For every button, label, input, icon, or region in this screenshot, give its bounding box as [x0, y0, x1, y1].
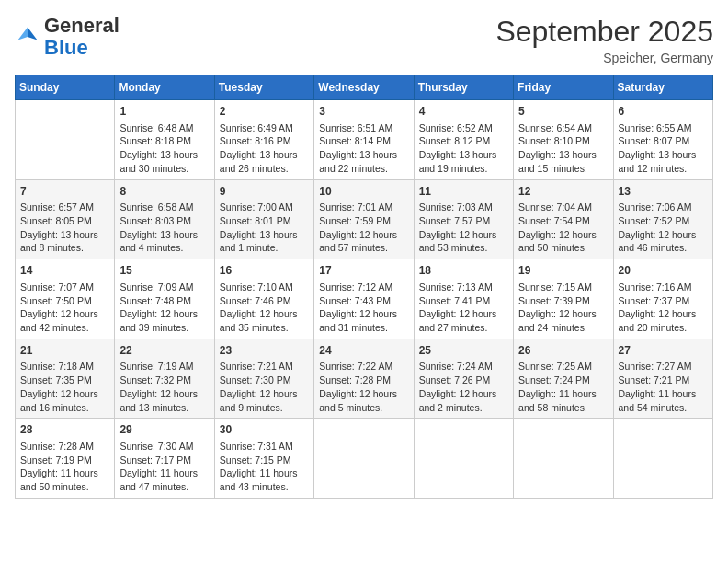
day-cell: 19Sunrise: 7:15 AMSunset: 7:39 PMDayligh… [514, 259, 613, 339]
day-cell: 13Sunrise: 7:06 AMSunset: 7:52 PMDayligh… [613, 179, 712, 259]
day-info: Sunrise: 7:10 AMSunset: 7:46 PMDaylight:… [220, 281, 309, 335]
day-info: Sunrise: 6:52 AMSunset: 8:12 PMDaylight:… [419, 121, 508, 176]
day-cell: 25Sunrise: 7:24 AMSunset: 7:26 PMDayligh… [414, 339, 513, 419]
day-number: 3 [319, 104, 408, 120]
day-number: 7 [20, 184, 109, 200]
day-info: Sunrise: 7:01 AMSunset: 7:59 PMDaylight:… [319, 201, 408, 255]
day-cell: 22Sunrise: 7:19 AMSunset: 7:32 PMDayligh… [115, 339, 214, 419]
day-info: Sunrise: 7:21 AMSunset: 7:30 PMDaylight:… [220, 360, 309, 414]
day-cell: 16Sunrise: 7:10 AMSunset: 7:46 PMDayligh… [214, 259, 313, 339]
day-number: 1 [119, 104, 209, 120]
day-number: 22 [119, 343, 209, 359]
day-cell [414, 419, 513, 499]
calendar-header: SundayMondayTuesdayWednesdayThursdayFrid… [16, 75, 713, 100]
day-number: 25 [419, 343, 508, 359]
day-number: 13 [619, 184, 708, 200]
day-info: Sunrise: 6:49 AMSunset: 8:16 PMDaylight:… [220, 121, 309, 176]
day-number: 30 [220, 422, 309, 438]
month-title: September 2025 [495, 15, 713, 49]
day-cell: 26Sunrise: 7:25 AMSunset: 7:24 PMDayligh… [514, 339, 613, 419]
logo-icon [15, 24, 40, 50]
day-cell: 18Sunrise: 7:13 AMSunset: 7:41 PMDayligh… [414, 259, 513, 339]
day-number: 17 [319, 263, 408, 279]
week-row-1: 1Sunrise: 6:48 AMSunset: 8:18 PMDaylight… [16, 100, 713, 180]
day-number: 2 [220, 104, 309, 120]
day-cell: 9Sunrise: 7:00 AMSunset: 8:01 PMDaylight… [214, 179, 313, 259]
day-info: Sunrise: 7:07 AMSunset: 7:50 PMDaylight:… [20, 281, 109, 335]
day-info: Sunrise: 7:19 AMSunset: 7:32 PMDaylight:… [119, 360, 209, 414]
day-info: Sunrise: 6:55 AMSunset: 8:07 PMDaylight:… [619, 121, 708, 176]
day-info: Sunrise: 7:12 AMSunset: 7:43 PMDaylight:… [319, 281, 408, 335]
day-number: 27 [619, 343, 708, 359]
svg-marker-0 [28, 28, 38, 40]
day-number: 11 [419, 184, 508, 200]
header-row: SundayMondayTuesdayWednesdayThursdayFrid… [16, 75, 713, 100]
logo-text: General Blue [44, 15, 119, 59]
day-cell: 3Sunrise: 6:51 AMSunset: 8:14 PMDaylight… [314, 100, 414, 180]
day-info: Sunrise: 7:03 AMSunset: 7:57 PMDaylight:… [419, 201, 508, 255]
header-day-saturday: Saturday [613, 75, 712, 100]
logo: General Blue [15, 15, 119, 59]
day-info: Sunrise: 7:24 AMSunset: 7:26 PMDaylight:… [419, 360, 508, 414]
header-day-sunday: Sunday [16, 75, 115, 100]
day-number: 29 [119, 422, 209, 438]
day-cell: 30Sunrise: 7:31 AMSunset: 7:15 PMDayligh… [214, 419, 313, 499]
logo-blue-text: Blue [44, 36, 88, 59]
day-info: Sunrise: 7:15 AMSunset: 7:39 PMDaylight:… [518, 281, 608, 335]
day-number: 26 [518, 343, 608, 359]
header-day-thursday: Thursday [414, 75, 513, 100]
day-info: Sunrise: 7:06 AMSunset: 7:52 PMDaylight:… [619, 201, 708, 255]
day-info: Sunrise: 6:51 AMSunset: 8:14 PMDaylight:… [319, 121, 408, 176]
day-number: 16 [220, 263, 309, 279]
day-cell: 23Sunrise: 7:21 AMSunset: 7:30 PMDayligh… [214, 339, 313, 419]
day-number: 8 [119, 184, 209, 200]
header-day-wednesday: Wednesday [314, 75, 414, 100]
day-cell: 8Sunrise: 6:58 AMSunset: 8:03 PMDaylight… [115, 179, 214, 259]
week-row-2: 7Sunrise: 6:57 AMSunset: 8:05 PMDaylight… [16, 179, 713, 259]
day-cell: 20Sunrise: 7:16 AMSunset: 7:37 PMDayligh… [613, 259, 712, 339]
day-info: Sunrise: 7:13 AMSunset: 7:41 PMDaylight:… [419, 281, 508, 335]
day-cell: 12Sunrise: 7:04 AMSunset: 7:54 PMDayligh… [514, 179, 613, 259]
location-subtitle: Speicher, Germany [495, 51, 713, 65]
calendar-body: 1Sunrise: 6:48 AMSunset: 8:18 PMDaylight… [16, 100, 713, 499]
day-cell: 2Sunrise: 6:49 AMSunset: 8:16 PMDaylight… [214, 100, 313, 180]
day-info: Sunrise: 7:28 AMSunset: 7:19 PMDaylight:… [20, 440, 109, 494]
day-info: Sunrise: 7:25 AMSunset: 7:24 PMDaylight:… [518, 360, 608, 414]
day-number: 10 [319, 184, 408, 200]
day-cell: 27Sunrise: 7:27 AMSunset: 7:21 PMDayligh… [613, 339, 712, 419]
day-info: Sunrise: 7:18 AMSunset: 7:35 PMDaylight:… [20, 360, 109, 414]
day-cell: 29Sunrise: 7:30 AMSunset: 7:17 PMDayligh… [115, 419, 214, 499]
day-cell [613, 419, 712, 499]
day-info: Sunrise: 6:54 AMSunset: 8:10 PMDaylight:… [518, 121, 608, 176]
day-cell: 21Sunrise: 7:18 AMSunset: 7:35 PMDayligh… [16, 339, 115, 419]
logo-general-text: General [44, 14, 119, 37]
day-info: Sunrise: 6:58 AMSunset: 8:03 PMDaylight:… [119, 201, 209, 255]
day-cell [514, 419, 613, 499]
day-number: 19 [518, 263, 608, 279]
day-number: 28 [20, 422, 109, 438]
week-row-5: 28Sunrise: 7:28 AMSunset: 7:19 PMDayligh… [16, 419, 713, 499]
day-cell: 4Sunrise: 6:52 AMSunset: 8:12 PMDaylight… [414, 100, 513, 180]
day-number: 18 [419, 263, 508, 279]
day-cell: 28Sunrise: 7:28 AMSunset: 7:19 PMDayligh… [16, 419, 115, 499]
day-cell: 15Sunrise: 7:09 AMSunset: 7:48 PMDayligh… [115, 259, 214, 339]
day-number: 4 [419, 104, 508, 120]
day-number: 24 [319, 343, 408, 359]
day-number: 12 [518, 184, 608, 200]
day-info: Sunrise: 7:31 AMSunset: 7:15 PMDaylight:… [220, 440, 309, 494]
day-cell: 11Sunrise: 7:03 AMSunset: 7:57 PMDayligh… [414, 179, 513, 259]
title-block: September 2025 Speicher, Germany [495, 15, 713, 65]
header-day-tuesday: Tuesday [214, 75, 313, 100]
day-cell: 14Sunrise: 7:07 AMSunset: 7:50 PMDayligh… [16, 259, 115, 339]
day-info: Sunrise: 7:27 AMSunset: 7:21 PMDaylight:… [619, 360, 708, 414]
day-cell: 10Sunrise: 7:01 AMSunset: 7:59 PMDayligh… [314, 179, 414, 259]
week-row-4: 21Sunrise: 7:18 AMSunset: 7:35 PMDayligh… [16, 339, 713, 419]
day-number: 23 [220, 343, 309, 359]
day-cell: 7Sunrise: 6:57 AMSunset: 8:05 PMDaylight… [16, 179, 115, 259]
day-cell [314, 419, 414, 499]
day-info: Sunrise: 7:09 AMSunset: 7:48 PMDaylight:… [119, 281, 209, 335]
day-info: Sunrise: 7:00 AMSunset: 8:01 PMDaylight:… [220, 201, 309, 255]
day-cell: 24Sunrise: 7:22 AMSunset: 7:28 PMDayligh… [314, 339, 414, 419]
day-info: Sunrise: 6:57 AMSunset: 8:05 PMDaylight:… [20, 201, 109, 255]
day-cell [16, 100, 115, 180]
